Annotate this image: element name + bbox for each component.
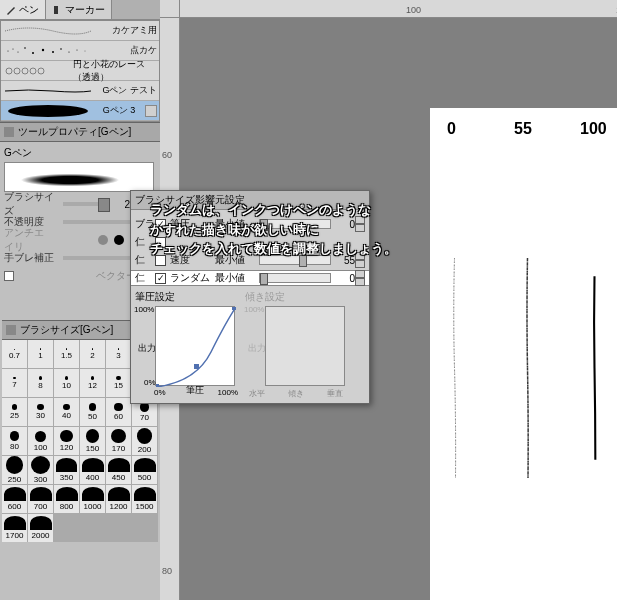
brush-preview-3: [3, 83, 93, 99]
ruler-v-60: 60: [162, 150, 172, 160]
pc-x0: 0%: [154, 388, 166, 397]
size-cell-600[interactable]: 600: [2, 485, 27, 513]
prop-stabilize-label: 手ブレ補正: [4, 251, 59, 265]
instruction-line3: チェックを入れて数値を調整しましょう。: [150, 239, 397, 259]
tilt-curve-graph: 100% 出力: [265, 306, 345, 386]
size-cell-80[interactable]: 80: [2, 427, 27, 455]
size-cell-30[interactable]: 30: [28, 398, 53, 426]
random-label: ランダム: [170, 271, 215, 285]
tab-marker[interactable]: マーカー: [46, 0, 112, 19]
random-spinner[interactable]: [355, 270, 365, 286]
sample-label-55: 55: [514, 120, 532, 138]
marker-icon: [52, 5, 62, 15]
tool-tabs: ペン マーカー: [0, 0, 160, 20]
tilt-l1: 傾き: [288, 388, 304, 399]
horizontal-ruler: 100 110: [180, 0, 617, 18]
brush-row-2[interactable]: 円と小花のレース（透過）: [1, 61, 159, 81]
size-cell-50[interactable]: 50: [80, 398, 105, 426]
svg-point-5: [32, 52, 34, 54]
size-cell-0.7[interactable]: 0.7: [2, 340, 27, 368]
brush-preview-4: [3, 103, 93, 119]
tilt-curve-box: 傾き設定 100% 出力 水平 傾き 垂直: [245, 290, 347, 399]
size-cell-12[interactable]: 12: [80, 369, 105, 397]
size-cell-2000[interactable]: 2000: [28, 514, 53, 542]
tc-ylabel: 出力: [248, 342, 266, 355]
size-cell-150[interactable]: 150: [80, 427, 105, 455]
tab-marker-label: マーカー: [65, 3, 105, 17]
size-cell-1500[interactable]: 1500: [132, 485, 157, 513]
size-cell-40[interactable]: 40: [54, 398, 79, 426]
random-min-slider[interactable]: [259, 273, 331, 283]
svg-point-12: [6, 68, 12, 74]
panel-icon: [6, 325, 16, 335]
svg-point-2: [13, 48, 14, 49]
size-cell-10[interactable]: 10: [54, 369, 79, 397]
brush-row-0[interactable]: カケアミ用: [1, 21, 159, 41]
size-cell-250[interactable]: 250: [2, 456, 27, 484]
svg-point-16: [38, 68, 44, 74]
size-cell-2[interactable]: 2: [80, 340, 105, 368]
brush-label-0: カケアミ用: [112, 24, 157, 37]
tool-property-header: ツールプロパティ[Gペン]: [0, 122, 160, 142]
size-cell-1[interactable]: 1: [28, 340, 53, 368]
pressure-curve-graph[interactable]: 100% 出力 0% 0% 筆圧 100%: [155, 306, 235, 386]
brush-options-button[interactable]: [145, 105, 157, 117]
size-cell-7[interactable]: 7: [2, 369, 27, 397]
pc-x100: 100%: [218, 388, 238, 397]
brush-row-4[interactable]: Gペン 3: [1, 101, 159, 121]
size-cell-350[interactable]: 350: [54, 456, 79, 484]
brush-label-2: 円と小花のレース（透過）: [73, 58, 157, 84]
pc-y0: 0%: [144, 378, 156, 387]
tilt-l0: 水平: [249, 388, 265, 399]
size-cell-25[interactable]: 25: [2, 398, 27, 426]
svg-point-17: [8, 105, 88, 117]
random-min-value: 0: [335, 273, 355, 284]
svg-point-13: [14, 68, 20, 74]
svg-point-3: [18, 51, 19, 52]
tab-pen[interactable]: ペン: [0, 0, 46, 19]
svg-rect-19: [194, 364, 199, 369]
size-cell-1700[interactable]: 1700: [2, 514, 27, 542]
size-cell-1000[interactable]: 1000: [80, 485, 105, 513]
brush-label-4: Gペン 3: [103, 104, 136, 117]
brush-size-title: ブラシサイズ[Gペン]: [20, 323, 113, 337]
size-cell-200[interactable]: 200: [132, 427, 157, 455]
prop-antialias-label: アンチエイリ: [4, 226, 53, 254]
size-cell-120[interactable]: 120: [54, 427, 79, 455]
size-cell-700[interactable]: 700: [28, 485, 53, 513]
brush-preview-0: [3, 23, 93, 39]
size-cell-15[interactable]: 15: [106, 369, 131, 397]
tilt-l2: 垂直: [327, 388, 343, 399]
size-cell-800[interactable]: 800: [54, 485, 79, 513]
size-cell-60[interactable]: 60: [106, 398, 131, 426]
dlg-random-marker: 仁: [135, 271, 155, 285]
brush-name: Gペン: [4, 146, 156, 160]
svg-point-15: [30, 68, 36, 74]
size-cell-1200[interactable]: 1200: [106, 485, 131, 513]
svg-point-4: [24, 47, 26, 49]
stroke-sample-0: [452, 148, 457, 588]
size-cell-8[interactable]: 8: [28, 369, 53, 397]
size-cell-100[interactable]: 100: [28, 427, 53, 455]
sample-label-0: 0: [447, 120, 456, 138]
size-cell-3[interactable]: 3: [106, 340, 131, 368]
size-cell-400[interactable]: 400: [80, 456, 105, 484]
brush-row-3[interactable]: Gペン テスト: [1, 81, 159, 101]
size-cell-170[interactable]: 170: [106, 427, 131, 455]
tab-pen-label: ペン: [19, 3, 39, 17]
vector-checkbox[interactable]: [4, 271, 14, 281]
tilt-axis-labels: 水平 傾き 垂直: [245, 388, 347, 399]
random-checkbox[interactable]: [155, 273, 166, 284]
svg-point-6: [42, 48, 44, 50]
instruction-overlay: ランダムは、インクつけペンのような かすれた描き味が欲しい時に チェックを入れて…: [150, 200, 397, 259]
svg-point-8: [60, 48, 62, 50]
random-min-label: 最小値: [215, 271, 255, 285]
brush-list: カケアミ用 点カケ 円と小花のレース（透過） Gペン テスト Gペン 3: [0, 20, 160, 122]
svg-point-1: [8, 50, 9, 51]
svg-point-10: [77, 49, 78, 50]
size-cell-1.5[interactable]: 1.5: [54, 340, 79, 368]
size-cell-300[interactable]: 300: [28, 456, 53, 484]
size-slider[interactable]: [63, 202, 110, 206]
size-cell-500[interactable]: 500: [132, 456, 157, 484]
size-cell-450[interactable]: 450: [106, 456, 131, 484]
